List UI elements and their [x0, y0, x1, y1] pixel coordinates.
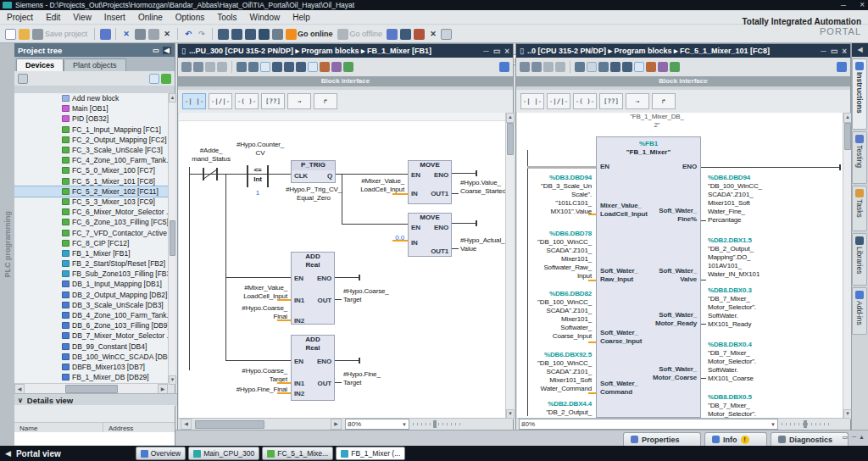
tree-item-db99[interactable]: DB_99_Constant [DB4] [14, 342, 168, 352]
close-branch-button[interactable]: ↱ [652, 93, 676, 109]
move1-out1-pin[interactable]: OUT1 [431, 190, 448, 198]
insert-empty-box-button[interactable]: [??] [261, 93, 285, 109]
open-branch-button[interactable]: → [287, 93, 311, 109]
ptrig-clk-pin[interactable]: CLK [294, 172, 308, 181]
input-operand-1[interactable]: %DB3.DBD94 "DB_3_Scale_UnScale". "101LC1… [519, 174, 592, 216]
tab-libraries[interactable]: Libraries [852, 233, 867, 286]
input-operand-4[interactable]: %DB6.DBX92.5 "DB_100_WinCC_SCADA".Z101_ … [519, 351, 592, 393]
input-operand-3[interactable]: %DB6.DBD82 "DB_100_WinCC_SCADA".Z101_ Mi… [519, 290, 592, 341]
pin-soft-water-valve[interactable]: Soft_Water_Valve [659, 267, 697, 284]
editor-settings-icon[interactable] [837, 62, 847, 72]
window-close-button[interactable]: × [860, 0, 865, 9]
pin-soft-water-coarse-input[interactable]: Soft_Water_Coarse_Input [600, 329, 642, 346]
add1-in1-operand[interactable]: #Mixer_Value_LoadCell_Input [230, 284, 287, 301]
download-block-icon[interactable] [284, 62, 294, 72]
taskbar-fc51-button[interactable]: FC_5_1_Mixe... [262, 447, 333, 460]
delete-icon[interactable]: ✕ [162, 29, 173, 40]
network-comments-icon[interactable] [248, 62, 259, 72]
tree-item-db4[interactable]: DB_4_Zone_100_Farm_Tank... [14, 310, 168, 320]
add2-out-operand[interactable]: #Hypo.Fine_Target [343, 370, 394, 387]
right-editor-breadcrumb[interactable]: ..0 [CPU 315-2 PN/DP] ▸ Program blocks ▸… [527, 47, 770, 55]
add2-box[interactable]: ADD Real EN ENO IN1 OUT IN2 [291, 335, 335, 401]
online-diagnostics-icon[interactable] [387, 29, 398, 40]
move2-out1-pin[interactable]: OUT1 [431, 247, 448, 256]
ptrig-operand[interactable]: #Hypo.P_Trig_CV_Equal_Zero [281, 186, 347, 203]
tab-info[interactable]: Info ! [704, 432, 767, 446]
tree-item-db1[interactable]: DB_1_Input_Mapping [DB1] [14, 279, 168, 289]
inspector-restore-icon[interactable]: ▭ [842, 434, 848, 441]
combo-caret-icon[interactable]: ▼ [771, 422, 776, 427]
add1-eno-pin[interactable]: ENO [317, 275, 331, 283]
output-operand-5[interactable]: %DB8.DBX0.5 "DB_7_Mixer_Motor_Selector". [708, 393, 788, 418]
expand-all-icon[interactable] [161, 74, 171, 84]
tree-item-fc6-selector[interactable]: FC_6_Mixer_Motor_Selector ... [14, 207, 168, 217]
split-editor-icon[interactable] [441, 29, 452, 40]
add1-in2-pin[interactable]: IN2 [294, 317, 304, 325]
move1-out-operand[interactable]: #Hypo.Value_Coarse_Started [460, 179, 505, 196]
portal-view-button[interactable]: Portal view [16, 449, 61, 458]
editor-minimize-icon[interactable]: ─ [821, 47, 826, 55]
comparator-op[interactable]: <= [248, 166, 267, 175]
favorites-toggle-icon[interactable] [598, 62, 609, 72]
menu-help[interactable]: Help [292, 13, 310, 22]
comparator-value[interactable]: 1 [248, 189, 267, 197]
scrollbar-thumb[interactable] [507, 123, 514, 155]
tree-item-dbfb-mixer103[interactable]: DBFB_Mixer103 [DB7] [14, 362, 168, 372]
scrollbar-thumb[interactable] [844, 123, 851, 150]
redo-edit-icon[interactable] [217, 62, 227, 72]
zoom-slider[interactable] [413, 423, 460, 425]
redo-icon[interactable]: ↷ [197, 29, 208, 40]
editor-vertical-scrollbar[interactable]: ▲ ▼ [505, 113, 514, 418]
tree-item-fb3[interactable]: FB_Sub_Zone103_Filling [FB3] [14, 269, 168, 279]
tree-item-fb1[interactable]: FB_1_Mixer [FB1] [14, 248, 168, 258]
compile-icon[interactable] [218, 29, 229, 40]
add2-in2-operand[interactable]: #Hypo.Fine_Final [196, 386, 287, 394]
menu-project[interactable]: Project [7, 13, 33, 22]
lad-canvas-fc51[interactable]: "FB_1_Mixer_DB_2" %FB1 "FB_1_Mixer" EN E… [517, 113, 843, 418]
tab-tasks[interactable]: Tasks [852, 186, 867, 231]
absolute-operands-icon[interactable] [236, 62, 247, 72]
ptrig-box[interactable]: P_TRIG CLK Q [291, 160, 336, 183]
scroll-left-icon[interactable]: ◀ [181, 419, 192, 430]
call-structure-icon[interactable] [331, 62, 342, 72]
delete-network-icon[interactable] [193, 62, 203, 72]
output-operand-3[interactable]: %DB8.DBX0.3 "DB_7_Mixer_Motor_Selector".… [708, 286, 788, 329]
save-project-label[interactable]: Save project [45, 30, 87, 38]
block-interface-splitter[interactable]: Block interface [516, 76, 850, 86]
copy-icon[interactable] [135, 29, 146, 40]
add2-in2-pin[interactable]: IN2 [294, 390, 304, 398]
tree-item-fc8[interactable]: FC_8_CIP [FC12] [14, 238, 168, 248]
project-tree-collapse-icon[interactable]: ◀ [163, 47, 171, 54]
show-columns-icon[interactable] [149, 74, 159, 84]
zoom-select[interactable]: 80% ▼ [519, 419, 778, 430]
tab-devices[interactable]: Devices [16, 58, 64, 71]
save-project-icon[interactable] [32, 29, 43, 40]
compile-block-icon[interactable] [272, 62, 282, 72]
favorites-toggle-icon[interactable] [260, 62, 270, 72]
tab-plant-objects[interactable]: Plant objects [64, 58, 126, 71]
monitor-onoff-icon[interactable] [634, 62, 644, 72]
output-operand-1[interactable]: %DB6.DBD94 "DB_100_WinCC_SCADA".Z101_ Mi… [708, 174, 788, 225]
fb1-en-pin[interactable]: EN [600, 163, 609, 171]
move2-eno-pin[interactable]: ENO [434, 224, 448, 232]
add1-box[interactable]: ADD Real EN ENO IN1 OUT IN2 [291, 252, 335, 325]
tree-item-db3[interactable]: DB_3_Scale_UnScale [DB3] [14, 300, 168, 310]
output-operand-2[interactable]: %DB2.DBX1.5 "DB_2_Output_Mapping".DO_ 10… [708, 236, 788, 279]
insert-coil-button[interactable]: -( )- [573, 93, 597, 109]
lad-canvas-fb1[interactable]: #Adde_mand_Status #Hypo.Counter_CV <= In… [179, 113, 505, 418]
editor-close-icon[interactable]: × [842, 47, 847, 56]
tab-diagnostics[interactable]: Diagnostics [771, 432, 849, 446]
taskbar-overview-button[interactable]: Overview [136, 447, 186, 460]
go-offline-icon[interactable] [337, 29, 348, 40]
syntax-check-icon[interactable] [343, 62, 353, 72]
comparator-operand[interactable]: #Hypo.Counter_CV [231, 141, 289, 158]
tree-item-fc4[interactable]: FC_4_Zone_100_Farm_Tank... [14, 155, 168, 165]
add2-en-pin[interactable]: EN [294, 358, 303, 366]
editor-settings-icon[interactable] [499, 62, 509, 72]
tree-item-db2[interactable]: DB_2_Output_Mapping [DB2] [14, 290, 168, 300]
tab-instructions[interactable]: Instructions [852, 58, 867, 130]
network-comments-icon[interactable] [587, 62, 597, 72]
insert-no-contact-button[interactable]: -| |- [520, 93, 544, 109]
undo-edit-icon[interactable] [543, 62, 554, 72]
redo-edit-icon[interactable] [555, 62, 565, 72]
